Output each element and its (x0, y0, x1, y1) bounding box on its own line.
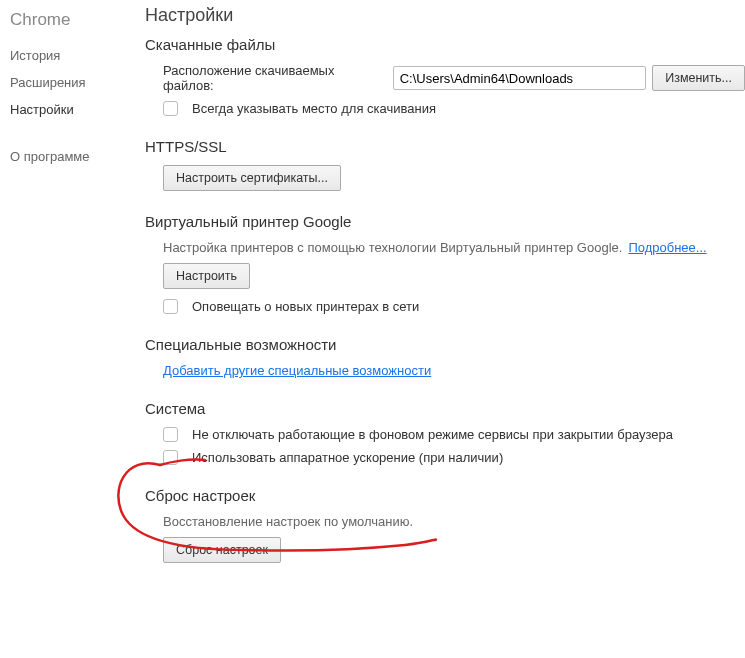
cloud-print-description: Настройка принтеров с помощью технологии… (163, 240, 622, 255)
sidebar-item-settings[interactable]: Настройки (10, 102, 145, 117)
reset-heading: Сброс настроек (145, 487, 745, 504)
cloud-print-configure-button[interactable]: Настроить (163, 263, 250, 289)
section-https-ssl: HTTPS/SSL Настроить сертификаты... (145, 138, 745, 191)
sidebar-item-extensions[interactable]: Расширения (10, 75, 145, 90)
sidebar: Chrome История Расширения Настройки О пр… (0, 0, 145, 658)
system-heading: Система (145, 400, 745, 417)
checkbox-hw-acceleration[interactable] (163, 450, 178, 465)
page-title: Настройки (145, 5, 745, 26)
downloads-location-label: Расположение скачиваемых файлов: (163, 63, 383, 93)
system-keep-background-label: Не отключать работающие в фоновом режиме… (192, 427, 673, 442)
configure-certificates-button[interactable]: Настроить сертификаты... (163, 165, 341, 191)
accessibility-heading: Специальные возможности (145, 336, 745, 353)
section-downloads: Скачанные файлы Расположение скачиваемых… (145, 36, 745, 116)
downloads-location-input[interactable] (393, 66, 646, 90)
reset-settings-button[interactable]: Сброс настроек (163, 537, 281, 563)
checkbox-ask-location[interactable] (163, 101, 178, 116)
reset-description: Восстановление настроек по умолчанию. (163, 514, 413, 529)
section-cloud-print: Виртуальный принтер Google Настройка при… (145, 213, 745, 314)
sidebar-item-about[interactable]: О программе (10, 149, 145, 164)
downloads-heading: Скачанные файлы (145, 36, 745, 53)
checkbox-notify-printers[interactable] (163, 299, 178, 314)
main-content: Настройки Скачанные файлы Расположение с… (145, 0, 745, 658)
sidebar-item-history[interactable]: История (10, 48, 145, 63)
cloud-print-heading: Виртуальный принтер Google (145, 213, 745, 230)
section-reset: Сброс настроек Восстановление настроек п… (145, 487, 745, 563)
section-system: Система Не отключать работающие в фоново… (145, 400, 745, 465)
downloads-change-button[interactable]: Изменить... (652, 65, 745, 91)
checkbox-keep-background[interactable] (163, 427, 178, 442)
downloads-ask-label: Всегда указывать место для скачивания (192, 101, 436, 116)
system-hw-acceleration-label: Использовать аппаратное ускорение (при н… (192, 450, 503, 465)
section-accessibility: Специальные возможности Добавить другие … (145, 336, 745, 378)
https-ssl-heading: HTTPS/SSL (145, 138, 745, 155)
accessibility-add-link[interactable]: Добавить другие специальные возможности (163, 363, 431, 378)
cloud-print-learn-more-link[interactable]: Подробнее... (628, 240, 706, 255)
app-title: Chrome (10, 10, 145, 30)
cloud-print-notify-label: Оповещать о новых принтерах в сети (192, 299, 419, 314)
